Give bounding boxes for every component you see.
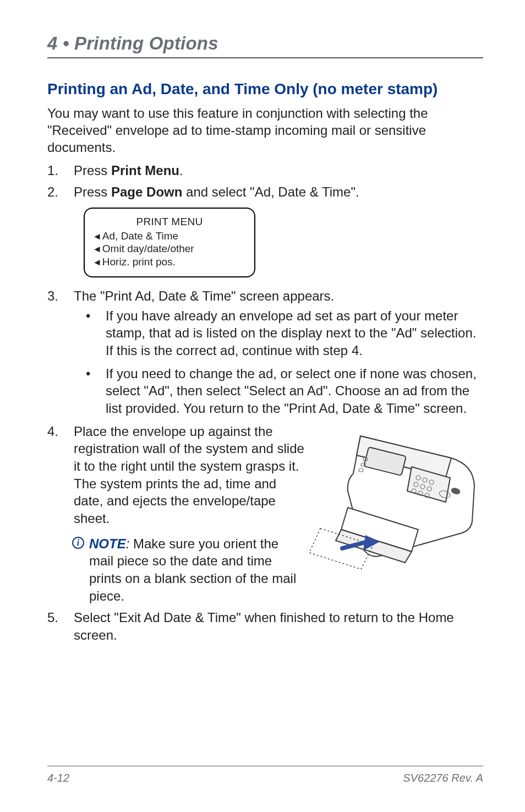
screen-title: PRINT MENU — [92, 215, 247, 228]
chapter-bullet: • — [58, 33, 75, 53]
screen-item-horiz: Horiz. print pos. — [92, 255, 247, 269]
footer-page-number: 4-12 — [47, 772, 69, 784]
step-4-text: Place the envelope up against the regist… — [74, 424, 304, 526]
step-1-post: . — [179, 163, 183, 178]
chapter-header: 4 • Printing Options — [47, 33, 483, 58]
postage-meter-illustration — [308, 425, 483, 579]
footer-revision: SV62276 Rev. A — [403, 772, 483, 784]
print-menu-screen: PRINT MENU Ad, Date & Time Omit day/date… — [84, 208, 255, 277]
step-3: The "Print Ad, Date & Time" screen appea… — [47, 287, 483, 417]
step-1: Press Print Menu. — [47, 162, 483, 179]
intro-paragraph: You may want to use this feature in conj… — [47, 105, 483, 156]
step-3-bullets: If you have already an envelope ad set a… — [74, 307, 483, 417]
page-footer: 4-12 SV62276 Rev. A — [47, 766, 483, 784]
info-icon: i — [72, 536, 85, 554]
section-title: Printing an Ad, Date, and Time Only (no … — [47, 80, 483, 98]
screen-item-ad-date-time: Ad, Date & Time — [92, 230, 247, 243]
chapter-number: 4 — [47, 33, 58, 53]
step-2-bold: Page Down — [111, 184, 182, 199]
svg-text:i: i — [77, 538, 80, 547]
step-3-bullet-2: If you need to change the ad, or select … — [74, 365, 483, 417]
step-3-bullet-1: If you have already an envelope ad set a… — [74, 307, 483, 359]
note-label: NOTE — [89, 536, 126, 551]
step-2-post: and select "Ad, Date & Time". — [182, 184, 359, 199]
step-1-pre: Press — [74, 163, 111, 178]
step-4: Place the envelope up against the regist… — [47, 423, 483, 605]
step-2: Press Page Down and select "Ad, Date & T… — [47, 183, 483, 277]
note: i NOTE: Make sure you orient the mail pi… — [74, 535, 305, 605]
step-5: Select "Exit Ad Date & Time" when finish… — [47, 609, 483, 644]
step-5-text: Select "Exit Ad Date & Time" when finish… — [74, 610, 454, 642]
step-2-pre: Press — [74, 184, 111, 199]
steps-list: Press Print Menu. Press Page Down and se… — [47, 162, 483, 644]
step-1-bold: Print Menu — [111, 163, 179, 178]
chapter-title: Printing Options — [74, 33, 218, 53]
step-3-text: The "Print Ad, Date & Time" screen appea… — [74, 288, 334, 303]
screen-item-omit: Omit day/date/other — [92, 242, 247, 255]
